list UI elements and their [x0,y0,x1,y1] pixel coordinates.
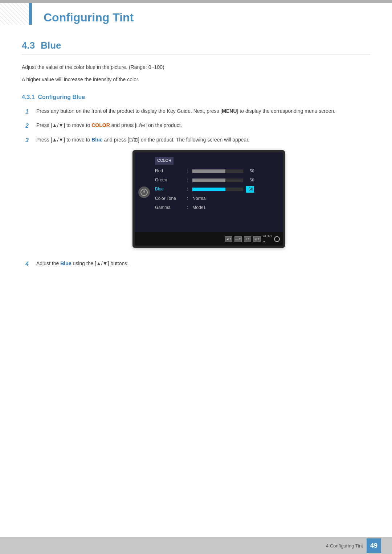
red-value: 50 [246,168,254,175]
page-title-area: Configuring Tint [44,3,377,32]
color-menu: COLOR Red : 50 [155,157,277,211]
footer-page-number: 49 [367,538,381,553]
subsection-title: Configuring Blue [38,94,85,100]
color-tone-value: Normal [192,195,207,202]
monitor-screen: COLOR Red : 50 [135,152,283,232]
step-4-text: Adjust the Blue using the [▲/▼] buttons. [36,259,370,267]
monitor-container: COLOR Red : 50 [47,150,370,248]
steps-list: 1 Press any button on the front of the p… [22,107,370,269]
menu-row-gamma: Gamma : Mode1 [155,204,277,211]
section-number: 4.3 [22,40,35,51]
menu-label-green: Green [155,177,184,184]
step-2-text: Press [▲/▼] to move to COLOR and press [… [36,121,370,129]
paragraph-1: Adjust the value of the color blue in th… [22,63,370,71]
monitor-outer: COLOR Red : 50 [132,150,285,248]
footer-text: 4 Configuring Tint [326,543,363,549]
green-bar-fill [192,178,225,182]
toolbar-btn-minus: —▼ [234,236,242,242]
toolbar-btn-left: ◄▼ [225,236,232,242]
step-3-number: 3 [25,136,32,145]
main-content: 4.3 Blue Adjust the value of the color b… [22,40,370,536]
menu-row-blue: Blue : 50 [155,186,277,193]
menu-label-color-tone: Color Tone [155,195,184,202]
blue-value: 50 [246,186,254,193]
section-title: Blue [41,40,61,51]
color-menu-title: COLOR [155,157,173,165]
hatch-area [0,3,29,25]
toolbar-auto-label: AUTO▼ [263,234,272,244]
monitor-icon [138,186,150,198]
menu-label-red: Red [155,168,184,175]
step-3: 3 Press [▲/▼] to move to Blue and press … [25,136,370,254]
gamma-value: Mode1 [192,204,206,211]
color-keyword: COLOR [91,122,110,128]
section-heading: 4.3 Blue [22,40,370,54]
toolbar-btn-enter: ⊞▼ [253,236,261,242]
step-1-text: Press any button on the front of the pro… [36,107,370,115]
red-bar [192,169,243,173]
blue-bar-fill [192,188,225,191]
red-bar-fill [192,169,225,173]
page-title: Configuring Tint [44,11,134,24]
menu-label-blue: Blue [155,186,184,193]
toolbar-btn-plus: +▼ [244,236,251,242]
blue-keyword: Blue [91,137,102,143]
menu-label-gamma: Gamma [155,204,184,211]
green-bar [192,178,243,182]
subsection-heading: 4.3.1 Configuring Blue [22,94,370,100]
monitor-toolbar: ◄▼ —▼ +▼ ⊞▼ AUTO▼ [135,232,283,246]
menu-row-green: Green : 50 [155,177,277,184]
menu-key: MENU [222,108,237,114]
green-value: 50 [246,177,254,184]
blue-bar [192,188,243,191]
menu-row-color-tone: Color Tone : Normal [155,195,277,202]
accent-bar [29,3,32,25]
step-2: 2 Press [▲/▼] to move to COLOR and press… [25,121,370,131]
blue-keyword-step4: Blue [60,260,71,266]
step-1: 1 Press any button on the front of the p… [25,107,370,116]
monitor-icon-area [138,186,150,198]
step-2-number: 2 [25,121,32,131]
step-4: 4 Adjust the Blue using the [▲/▼] button… [25,259,370,269]
paragraph-2: A higher value will increase the intensi… [22,75,370,83]
step-4-number: 4 [25,259,32,269]
top-stripe [0,0,392,3]
step-1-number: 1 [25,107,32,116]
menu-row-red: Red : 50 [155,168,277,175]
footer: 4 Configuring Tint 49 [0,537,392,554]
subsection-number: 4.3.1 [22,94,35,100]
toolbar-power-btn [274,236,280,242]
step-3-text: Press [▲/▼] to move to Blue and press [□… [36,136,370,254]
